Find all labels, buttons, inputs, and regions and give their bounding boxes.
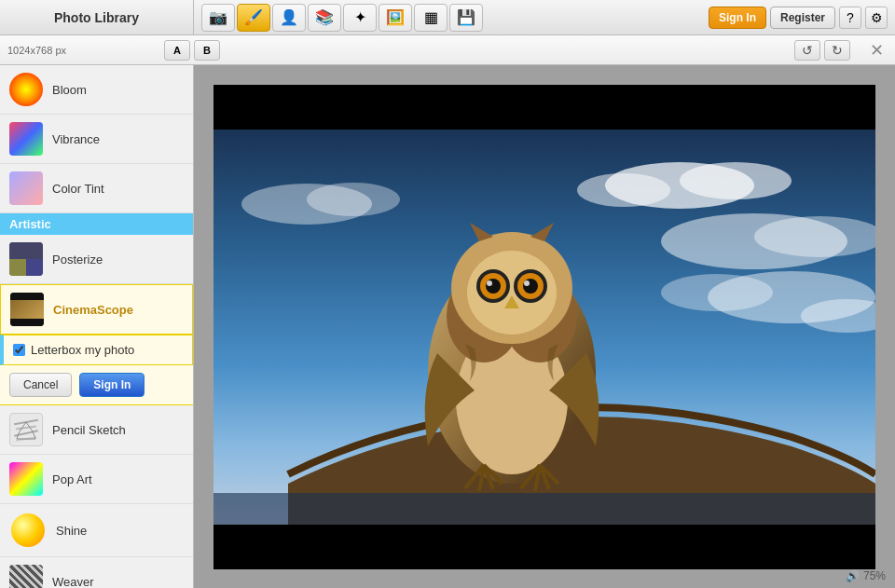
frame-tool-btn[interactable]: 🖼️: [379, 4, 412, 32]
sidebar-item-colortint[interactable]: Color Tint: [0, 164, 193, 213]
bloom-label: Bloom: [52, 83, 87, 97]
undo-button[interactable]: ↺: [794, 40, 820, 61]
colortint-icon: [9, 171, 43, 205]
svg-rect-11: [213, 493, 875, 525]
shine-label: Shine: [56, 524, 87, 538]
letterbox-checkbox-row: Letterbox my photo: [13, 343, 183, 357]
weaver-label: Weaver: [52, 575, 94, 589]
undo-redo-group: ↺ ↻: [794, 40, 850, 61]
cinemascope-label: CinemaScope: [53, 303, 133, 317]
svg-point-27: [524, 280, 530, 286]
canvas-area: 🔊 75%: [194, 65, 895, 588]
shine-icon: [11, 513, 45, 547]
ab-compare-buttons: A B: [164, 40, 220, 61]
sidebar-item-posterize[interactable]: Posterize: [0, 235, 193, 284]
vibrance-label: Vibrance: [52, 132, 100, 146]
letterbox-top-bar: [213, 85, 875, 130]
app-title-text: Photo Library: [54, 10, 139, 25]
app-title: Photo Library: [0, 0, 194, 34]
apply-signin-button[interactable]: Sign In: [79, 373, 145, 397]
main-toolbar: Photo Library 📷 🖌️ 👤 📚 ✦ 🖼️ ▦ 💾 Sign In …: [0, 0, 895, 35]
pencilsketch-label: Pencil Sketch: [52, 423, 126, 437]
volume-icon: 🔊: [846, 569, 860, 582]
colortint-label: Color Tint: [52, 182, 104, 196]
bloom-icon: [9, 73, 43, 106]
effects-tool-btn[interactable]: ✦: [343, 4, 377, 32]
auth-buttons-group: Sign In Register ? ⚙: [709, 7, 895, 29]
weaver-icon: [9, 565, 43, 588]
signin-button[interactable]: Sign In: [709, 7, 766, 29]
tool-buttons-group: 📷 🖌️ 👤 📚 ✦ 🖼️ ▦ 💾: [194, 4, 709, 32]
sidebar-item-popart[interactable]: Pop Art: [0, 455, 193, 504]
layers-tool-btn[interactable]: 📚: [308, 4, 341, 32]
svg-point-3: [577, 173, 670, 207]
settings-button[interactable]: ⚙: [865, 7, 888, 29]
artistic-section-header: Artistic: [0, 213, 193, 235]
secondary-toolbar: 1024x768 px A B ↺ ↻ ✕: [0, 35, 895, 65]
letterbox-checkbox[interactable]: [13, 344, 25, 356]
a-compare-btn[interactable]: A: [164, 40, 190, 61]
camera-tool-btn[interactable]: 📷: [201, 4, 235, 32]
sidebar-item-cinemascope[interactable]: CinemaScope: [0, 284, 193, 335]
sidebar-item-bloom[interactable]: Bloom: [0, 65, 193, 115]
artistic-header-label: Artistic: [9, 217, 51, 231]
zoom-indicator: 🔊 75%: [846, 569, 886, 582]
letterbox-checkbox-label[interactable]: Letterbox my photo: [31, 343, 134, 357]
cancel-button[interactable]: Cancel: [9, 373, 72, 397]
vibrance-icon: [9, 122, 43, 156]
svg-point-10: [307, 183, 400, 216]
owl-photo: [213, 130, 875, 525]
pencilsketch-icon: [9, 413, 43, 446]
close-button[interactable]: ✕: [865, 40, 888, 61]
b-compare-btn[interactable]: B: [194, 40, 220, 61]
letterbox-bottom-bar: [213, 525, 875, 569]
cinemascope-icon: [10, 293, 44, 326]
grid-tool-btn[interactable]: ▦: [414, 4, 448, 32]
save-tool-btn[interactable]: 💾: [449, 4, 483, 32]
help-button[interactable]: ?: [839, 7, 861, 29]
register-button[interactable]: Register: [770, 7, 835, 29]
popart-label: Pop Art: [52, 472, 92, 486]
image-canvas: [213, 85, 875, 569]
sidebar-item-shine[interactable]: Shine: [0, 504, 193, 557]
sidebar-item-vibrance[interactable]: Vibrance: [0, 115, 193, 164]
svg-point-7: [661, 274, 773, 311]
sidebar-item-pencilsketch[interactable]: Pencil Sketch: [0, 405, 193, 455]
main-area: Bloom Vibrance Color Tint Artistic: [0, 65, 895, 588]
zoom-value: 75%: [863, 569, 886, 582]
person-tool-btn[interactable]: 👤: [272, 4, 306, 32]
sidebar: Bloom Vibrance Color Tint Artistic: [0, 65, 194, 588]
svg-point-26: [487, 280, 492, 286]
svg-point-24: [486, 279, 501, 294]
popart-icon: [9, 462, 43, 496]
image-dimensions: 1024x768 px: [7, 45, 157, 56]
posterize-label: Posterize: [52, 253, 103, 267]
letterbox-panel: Letterbox my photo: [0, 335, 193, 365]
sidebar-item-weaver[interactable]: Weaver: [0, 557, 193, 588]
redo-button[interactable]: ↻: [824, 40, 850, 61]
svg-point-25: [523, 279, 538, 294]
posterize-icon: [9, 242, 43, 276]
svg-point-2: [680, 162, 792, 199]
action-buttons-row: Cancel Sign In: [0, 365, 193, 405]
brush-tool-btn[interactable]: 🖌️: [237, 4, 270, 32]
